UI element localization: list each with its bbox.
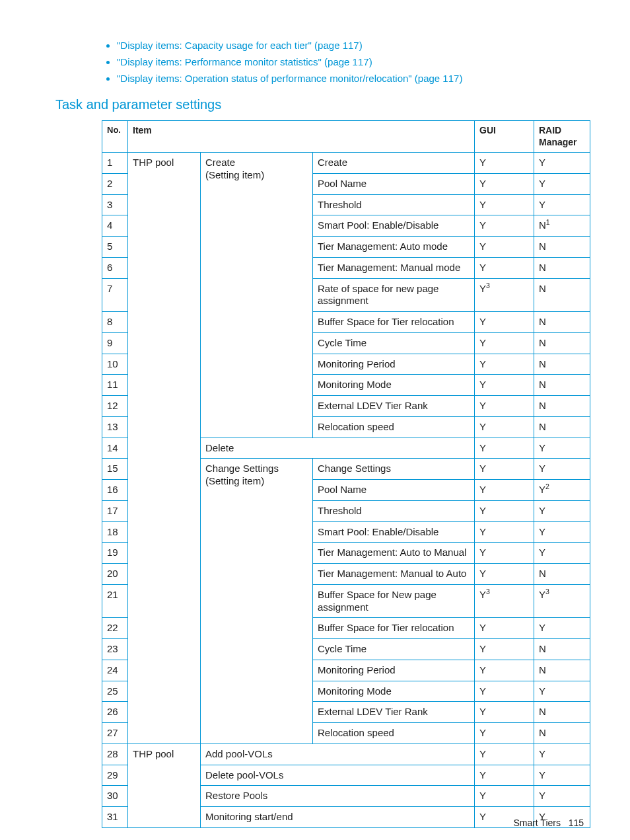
cell-raid-manager: N — [534, 237, 590, 258]
cell-no: 12 — [102, 396, 128, 417]
cell-no: 9 — [102, 332, 128, 354]
cell-gui: Y — [475, 765, 534, 786]
cell-gui: Y — [475, 681, 534, 702]
footer-section: Smart Tiers — [513, 818, 561, 828]
cell-subitem: Tier Management: Auto mode — [313, 237, 475, 258]
cell-no: 11 — [102, 375, 128, 396]
link-capacity-usage[interactable]: "Display items: Capacity usage for each … — [117, 40, 363, 51]
cell-no: 28 — [102, 744, 128, 765]
document-page: "Display items: Capacity usage for each … — [0, 0, 630, 840]
link-operation-status[interactable]: "Display items: Operation status of perf… — [117, 73, 462, 84]
cell-subitem: Buffer Space for Tier relocation — [313, 618, 475, 639]
cell-gui: Y — [475, 375, 534, 396]
cell-subitem: Monitoring Mode — [313, 681, 475, 702]
cell-raid-manager: Y — [534, 521, 590, 543]
cell-gui: Y — [475, 194, 534, 215]
cell-gui: Y — [475, 618, 534, 639]
th-raid: RAID Manager — [534, 121, 590, 153]
cell-gui: Y — [475, 702, 534, 723]
cell-gui: Y — [475, 543, 534, 564]
cell-no: 22 — [102, 618, 128, 639]
cell-category: Create(Setting item) — [201, 153, 313, 438]
cell-gui: Y — [475, 332, 534, 354]
cell-gui: Y — [475, 786, 534, 807]
cell-no: 8 — [102, 312, 128, 333]
cell-gui: Y — [475, 723, 534, 744]
cell-gui: Y — [475, 354, 534, 375]
cell-subitem: Create — [313, 153, 475, 174]
cell-gui: Y — [475, 521, 534, 543]
footer-page: 115 — [569, 818, 584, 828]
cell-item-group: THP pool — [128, 744, 201, 827]
cell-raid-manager: N — [534, 257, 590, 278]
cell-raid-manager: N — [534, 416, 590, 438]
cell-subitem: External LDEV Tier Rank — [313, 702, 475, 723]
cell-gui: Y3 — [475, 584, 534, 618]
cell-no: 2 — [102, 173, 128, 194]
cell-subitem: Delete — [201, 438, 475, 459]
cell-raid-manager: N — [534, 354, 590, 375]
cell-gui: Y3 — [475, 278, 534, 312]
cell-no: 24 — [102, 660, 128, 681]
page-footer: Smart Tiers 115 — [513, 818, 584, 828]
cell-gui: Y — [475, 173, 534, 194]
cell-no: 23 — [102, 639, 128, 660]
cell-raid-manager: Y — [534, 459, 590, 480]
th-gui: GUI — [475, 121, 534, 153]
cell-raid-manager: Y2 — [534, 480, 590, 501]
cell-no: 5 — [102, 237, 128, 258]
settings-table: No. Item GUI RAID Manager 1THP poolCreat… — [102, 120, 590, 828]
cell-subitem: Rate of space for new page assignment — [313, 278, 475, 312]
cell-gui: Y — [475, 312, 534, 333]
cell-subitem: Pool Name — [313, 173, 475, 194]
cell-gui: Y — [475, 500, 534, 521]
cell-raid-manager: Y — [534, 681, 590, 702]
section-heading: Task and parameter settings — [55, 97, 584, 112]
cell-no: 13 — [102, 416, 128, 438]
cell-raid-manager: N — [534, 278, 590, 312]
cell-gui: Y — [475, 153, 534, 174]
cell-gui: Y — [475, 396, 534, 417]
cell-raid-manager: Y — [534, 618, 590, 639]
cell-raid-manager: N — [534, 375, 590, 396]
cell-gui: Y — [475, 416, 534, 438]
cell-subitem: Cycle Time — [313, 639, 475, 660]
cell-raid-manager: N — [534, 396, 590, 417]
cell-subitem: Tier Management: Auto to Manual — [313, 543, 475, 564]
cell-no: 31 — [102, 807, 128, 828]
cell-raid-manager: Y — [534, 543, 590, 564]
cell-raid-manager: N — [534, 723, 590, 744]
cell-raid-manager: Y — [534, 438, 590, 459]
cell-subitem: Buffer Space for Tier relocation — [313, 312, 475, 333]
cell-subitem: Pool Name — [313, 480, 475, 501]
cell-subitem: Monitoring Mode — [313, 375, 475, 396]
link-performance-stats[interactable]: "Display items: Performance monitor stat… — [117, 56, 372, 67]
cell-no: 20 — [102, 564, 128, 585]
cell-subitem: Restore Pools — [201, 786, 475, 807]
cell-raid-manager: Y — [534, 194, 590, 215]
cell-raid-manager: Y — [534, 744, 590, 765]
cell-raid-manager: N1 — [534, 215, 590, 237]
cell-no: 18 — [102, 521, 128, 543]
cell-subitem: Monitoring Period — [313, 660, 475, 681]
cell-subitem: Cycle Time — [313, 332, 475, 354]
table-header-row: No. Item GUI RAID Manager — [102, 121, 590, 153]
table-row: 1THP poolCreate(Setting item)CreateYY — [102, 153, 590, 174]
cell-subitem: Smart Pool: Enable/Disable — [313, 521, 475, 543]
cell-no: 27 — [102, 723, 128, 744]
cell-no: 29 — [102, 765, 128, 786]
cell-no: 1 — [102, 153, 128, 174]
cell-subitem: Relocation speed — [313, 723, 475, 744]
cell-item-group: THP pool — [128, 153, 201, 744]
list-item: "Display items: Operation status of perf… — [117, 73, 584, 84]
cell-raid-manager: N — [534, 564, 590, 585]
cell-no: 17 — [102, 500, 128, 521]
cell-no: 14 — [102, 438, 128, 459]
table-row: 28THP poolAdd pool-VOLsYY — [102, 744, 590, 765]
cell-raid-manager: Y — [534, 786, 590, 807]
cell-no: 30 — [102, 786, 128, 807]
cell-gui: Y — [475, 564, 534, 585]
cell-subitem: Buffer Space for New page assignment — [313, 584, 475, 618]
cell-subitem: Threshold — [313, 500, 475, 521]
cell-gui: Y — [475, 660, 534, 681]
